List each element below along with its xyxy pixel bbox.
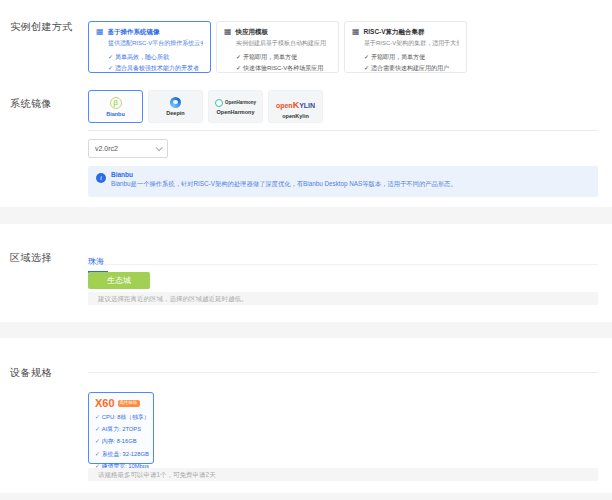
check-icon xyxy=(108,54,115,60)
deepin-logo-icon xyxy=(170,97,181,108)
openharmony-ring-icon xyxy=(215,99,223,107)
check-icon xyxy=(95,414,102,420)
image-tile-label: Deepin xyxy=(166,110,184,116)
image-tile-label: OpenHarmony xyxy=(217,109,255,115)
spec-model: X60 xyxy=(95,398,115,409)
check-icon xyxy=(236,54,243,60)
info-banner-body: Bianbu是一个操作系统，针对RISC-V架构的处理器做了深度优化，有Bian… xyxy=(111,180,590,189)
spec-line: AI算力: 2TOPS xyxy=(95,425,147,434)
method-card-title: 基于操作系统镜像 xyxy=(108,28,160,37)
method-card-bullet: 简单高效，随心所欲 xyxy=(108,53,203,62)
creation-method-label: 实例创建方式 xyxy=(10,20,73,34)
system-image-tiles: Bianbu Deepin OpenHarmony OpenHarmony op… xyxy=(88,90,323,123)
check-icon xyxy=(236,65,243,71)
method-card-quick-app-template[interactable]: ▦ 快应用模板 实例创建后基于模板自动构建应用 开箱即用，简单方便 快速体验RI… xyxy=(216,21,339,73)
check-icon xyxy=(95,426,102,432)
image-version-value: v2.0rc2 xyxy=(95,145,118,152)
region-tab-zhuhai[interactable]: 珠海 xyxy=(88,256,108,273)
method-card-bullet: 快速体验RISC-V各种场景应用 xyxy=(236,64,331,73)
spec-card-x60[interactable]: X60 高性能版 CPU: 8核（独享） AI算力: 2TOPS 内存: 8-1… xyxy=(88,392,154,464)
image-tile-label: Bianbu xyxy=(106,111,125,117)
device-spec-label: 设备规格 xyxy=(10,366,52,380)
check-icon xyxy=(95,438,102,444)
info-icon xyxy=(96,173,106,183)
divider xyxy=(88,130,598,131)
method-card-bullet: 适合需要快速构建应用的用户 xyxy=(364,64,459,73)
method-card-subtitle: 基于RISC-V架构的集群，适用于大规模计... xyxy=(364,39,459,48)
method-card-subtitle: 提供适配RISC-V平台的操作系统云实例 xyxy=(108,39,203,48)
region-label: 区域选择 xyxy=(10,251,52,265)
bianbu-logo-icon xyxy=(110,97,122,109)
check-icon xyxy=(364,65,371,71)
system-image-label: 系统镜像 xyxy=(10,97,52,111)
spec-line: 内存: 8-16GB xyxy=(95,437,147,446)
image-tile-openharmony[interactable]: OpenHarmony OpenHarmony xyxy=(208,90,263,123)
region-hint: 建议选择距离近的区域，选择的区域越近延时越低。 xyxy=(88,292,598,305)
method-card-os-image[interactable]: ▦ 基于操作系统镜像 提供适配RISC-V平台的操作系统云实例 简单高效，随心所… xyxy=(88,21,211,73)
grid-icon: ▦ xyxy=(352,28,360,36)
method-card-bullet: 开箱即用，简单方便 xyxy=(236,53,331,62)
image-tile-deepin[interactable]: Deepin xyxy=(148,90,203,123)
spec-line: CPU: 8核（独享） xyxy=(95,413,147,422)
zone-button[interactable]: 生态城 xyxy=(88,272,150,289)
chevron-down-icon xyxy=(156,144,163,151)
method-card-subtitle: 实例创建后基于模板自动构建应用 xyxy=(236,39,331,48)
check-icon xyxy=(364,54,371,60)
check-icon xyxy=(95,451,102,457)
method-card-riscv-cluster[interactable]: ▦ RISC-V算力融合集群 基于RISC-V架构的集群，适用于大规模计... … xyxy=(344,21,467,73)
openharmony-logo-icon: OpenHarmony xyxy=(215,99,256,107)
check-icon xyxy=(108,65,115,71)
bianbu-info-banner: Bianbu Bianbu是一个操作系统，针对RISC-V架构的处理器做了深度优… xyxy=(88,166,598,197)
method-card-bullet: 开箱即用，简单方便 xyxy=(364,53,459,62)
creation-method-cards: ▦ 基于操作系统镜像 提供适配RISC-V平台的操作系统云实例 简单高效，随心所… xyxy=(88,21,467,73)
image-tile-label: openKylin xyxy=(282,113,309,119)
divider xyxy=(88,372,598,373)
image-version-select[interactable]: v2.0rc2 xyxy=(88,139,168,158)
image-tile-openkylin[interactable]: openKYLIN openKylin xyxy=(268,90,323,123)
method-card-title: 快应用模板 xyxy=(236,28,269,37)
section-separator xyxy=(0,493,612,500)
image-tile-bianbu[interactable]: Bianbu xyxy=(88,90,143,123)
grid-icon: ▦ xyxy=(224,28,232,36)
spec-badge: 高性能版 xyxy=(118,400,140,408)
instance-create-page: 实例创建方式 ▦ 基于操作系统镜像 提供适配RISC-V平台的操作系统云实例 简… xyxy=(0,0,612,500)
section-separator xyxy=(0,322,612,338)
method-card-bullet: 适合具备较强技术能力的开发者 xyxy=(108,64,203,73)
spec-line: 系统盘: 32-128GB xyxy=(95,450,147,459)
region-tabbar: 珠海 xyxy=(88,250,598,265)
spec-hint: 该规格最多可以申请1个，可免费申请2天 xyxy=(88,468,598,481)
section-separator xyxy=(0,207,612,224)
openkylin-logo-icon: openKYLIN xyxy=(276,95,315,111)
method-card-title: RISC-V算力融合集群 xyxy=(364,28,425,37)
grid-icon: ▦ xyxy=(96,28,104,36)
info-banner-title: Bianbu xyxy=(111,171,590,178)
